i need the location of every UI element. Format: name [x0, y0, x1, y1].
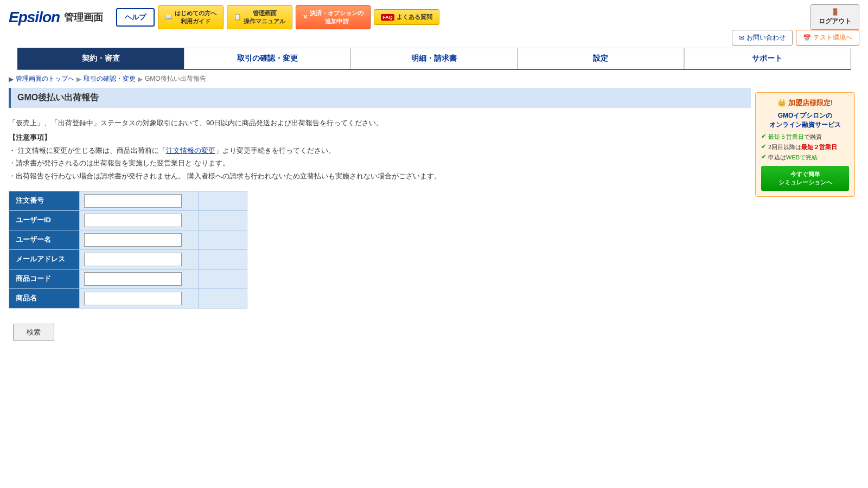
logo-kanri: 管理画面 [64, 11, 103, 24]
nav-item-support[interactable]: サポート [684, 48, 851, 69]
sim-line2: シミュレーションへ [767, 178, 844, 187]
caution-item-3: 出荷報告を行わない場合は請求書が発行されません。 購入者様への請求も行われないた… [9, 170, 751, 182]
order-change-link[interactable]: 注文情報の変更 [166, 146, 215, 155]
check-icon-2: ✔ [761, 143, 766, 150]
input-cell-product-code [80, 269, 199, 288]
nav-item-settings[interactable]: 設定 [518, 48, 684, 69]
test-env-button[interactable]: 📅 テスト環境へ [796, 30, 859, 46]
nav-item-transactions[interactable]: 取引の確認・変更 [184, 48, 350, 69]
logo-area: Epsilon 管理画面 [9, 9, 103, 26]
input-cell-user-id [80, 210, 199, 230]
search-button[interactable]: 検索 [13, 324, 54, 341]
label-user-name: ユーザー名 [9, 230, 80, 249]
label-user-id: ユーザーID [9, 210, 80, 230]
label-email: メールアドレス [9, 249, 80, 269]
breadcrumb-arrow: ▶ [9, 75, 14, 83]
check-icon-1: ✔ [761, 133, 766, 140]
sim-line1: 今すぐ簡単 [767, 170, 844, 178]
form-table: 注文番号 ユーザーID ユーザー名 [9, 191, 247, 309]
extra-cell-order [199, 191, 247, 210]
input-cell-email [80, 249, 199, 269]
extra-cell-productname [199, 288, 247, 308]
check-item-2: ✔ 2回目以降は最短２営業日 [761, 143, 849, 151]
notice-main-text: 「仮売上」、「出荷登録中」ステータスの対象取引において、90日以内に商品発送およ… [9, 117, 751, 129]
caution-item-2: 請求書が発行されるのは出荷報告を実施した翌営業日と なります。 [9, 157, 751, 169]
simulation-button[interactable]: 今すぐ簡単 シミュレーションへ [761, 166, 849, 191]
manual-icon: 📋 [234, 14, 241, 21]
check-text-1: 最短５営業日で融資 [768, 133, 822, 141]
breadcrumb-sep2: ▶ [138, 75, 143, 83]
table-row: 注文番号 [9, 191, 247, 210]
search-form: 注文番号 ユーザーID ユーザー名 [9, 191, 751, 341]
breadcrumb-sep1: ▶ [76, 75, 81, 83]
breadcrumb-home[interactable]: 管理画面のトップへ [16, 74, 74, 84]
check-icon-3: ✔ [761, 153, 766, 160]
table-row: 商品名 [9, 288, 247, 308]
user-id-input[interactable] [84, 214, 182, 227]
input-cell-product-name [80, 288, 199, 308]
logo-epsilon: Epsilon [9, 9, 60, 26]
breadcrumb: ▶ 管理画面のトップへ ▶ 取引の確認・変更 ▶ GMO後払い出荷報告 [0, 70, 868, 88]
help-button[interactable]: ヘルプ [116, 8, 155, 27]
caution-header: 【注意事項】 [9, 131, 751, 144]
table-row: ユーザーID [9, 210, 247, 230]
check-item-3: ✔ 申込はWEBで完結 [761, 153, 849, 162]
extra-cell-email [199, 249, 247, 269]
table-row: 商品コード [9, 269, 247, 288]
notice-block: 「仮売上」、「出荷登録中」ステータスの対象取引において、90日以内に商品発送およ… [9, 117, 751, 182]
guide-button[interactable]: 📖 はじめての方へ 利用ガイド [158, 5, 224, 29]
faq-badge: FAQ [381, 14, 394, 21]
table-row: ユーザー名 [9, 230, 247, 249]
table-row: メールアドレス [9, 249, 247, 269]
breadcrumb-transactions[interactable]: 取引の確認・変更 [84, 74, 136, 84]
page-title: GMO後払い出荷報告 [9, 88, 751, 108]
faq-button[interactable]: FAQ よくある質問 [374, 9, 439, 25]
banner-gmo-title: GMOイプシロンの オンライン融資サービス [761, 111, 849, 130]
caution-list: 注文情報に変更が生じる際は、商品出荷前に「注文情報の変更」より変更手続きを行って… [9, 144, 751, 182]
logout-label: ログアウト [819, 17, 851, 26]
label-order-number: 注文番号 [9, 191, 80, 210]
product-code-input[interactable] [84, 272, 182, 286]
manual-label: 管理画面 操作マニュアル [244, 9, 285, 25]
option-label: 決済・オプションの 追加申請 [310, 9, 363, 25]
email-input[interactable] [84, 253, 182, 266]
main-navigation: 契約・審査 取引の確認・変更 明細・請求書 設定 サポート [17, 48, 851, 70]
input-cell-order-number [80, 191, 199, 210]
option-icon: ✕ [303, 14, 308, 21]
logout-button[interactable]: 🚪 ログアウト [810, 4, 859, 30]
guide-icon: 📖 [165, 14, 173, 21]
test-env-label: テスト環境へ [813, 33, 852, 42]
inquiry-label: お問い合わせ [746, 33, 786, 42]
label-product-code: 商品コード [9, 269, 80, 288]
nav-item-contract[interactable]: 契約・審査 [17, 48, 184, 69]
check-item-1: ✔ 最短５営業日で融資 [761, 133, 849, 141]
breadcrumb-current: GMO後払い出荷報告 [145, 74, 206, 84]
sidebar: 👑 加盟店様限定! GMOイプシロンの オンライン融資サービス ✔ 最短５営業日… [751, 88, 859, 341]
option-button[interactable]: ✕ 決済・オプションの 追加申請 [296, 5, 371, 29]
crown-icon: 👑 [777, 99, 786, 107]
calendar-icon: 📅 [803, 34, 811, 42]
product-name-input[interactable] [84, 292, 182, 305]
user-name-input[interactable] [84, 233, 182, 247]
sidebar-banner: 👑 加盟店様限定! GMOイプシロンの オンライン融資サービス ✔ 最短５営業日… [755, 92, 855, 197]
header-nav-buttons: ヘルプ 📖 はじめての方へ 利用ガイド 📋 管理画面 操作マニュアル ✕ 決済・… [116, 5, 802, 29]
main-content: GMO後払い出荷報告 「仮売上」、「出荷登録中」ステータスの対象取引において、9… [9, 88, 751, 341]
caution-item-1: 注文情報に変更が生じる際は、商品出荷前に「注文情報の変更」より変更手続きを行って… [9, 144, 751, 157]
label-product-name: 商品名 [9, 288, 80, 308]
check-text-2: 2回目以降は最短２営業日 [768, 143, 837, 151]
mail-icon [739, 34, 744, 42]
faq-label: よくある質問 [397, 13, 432, 21]
extra-cell-userid [199, 210, 247, 230]
banner-title: 👑 加盟店様限定! [761, 98, 849, 108]
logout-icon: 🚪 [831, 8, 839, 16]
order-number-input[interactable] [84, 194, 182, 208]
check-text-3: 申込はWEBで完結 [768, 153, 818, 162]
extra-cell-username [199, 230, 247, 249]
guide-label: はじめての方へ 利用ガイド [175, 9, 216, 25]
nav-item-statements[interactable]: 明細・請求書 [350, 48, 517, 69]
inquiry-button[interactable]: お問い合わせ [732, 30, 793, 46]
extra-cell-productcode [199, 269, 247, 288]
manual-button[interactable]: 📋 管理画面 操作マニュアル [227, 5, 292, 29]
input-cell-user-name [80, 230, 199, 249]
